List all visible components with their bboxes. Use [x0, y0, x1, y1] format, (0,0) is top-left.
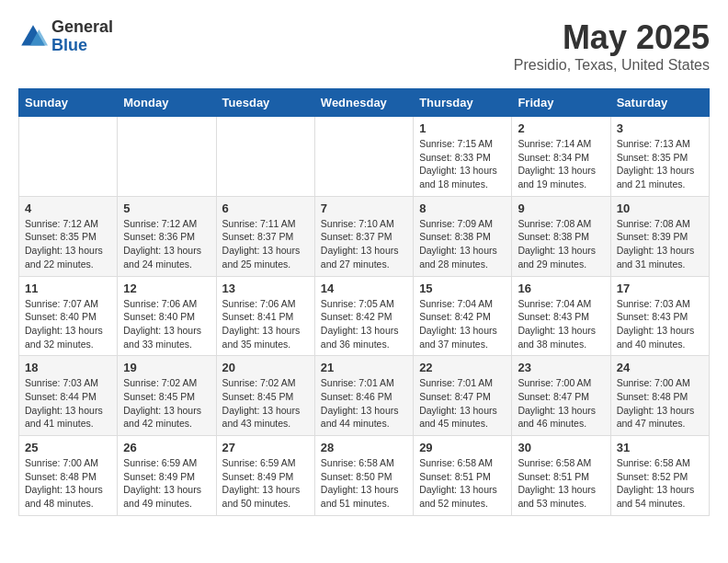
weekday-header: Tuesday [216, 89, 314, 117]
day-number: 4 [25, 201, 111, 215]
day-cell: 22Sunrise: 7:01 AMSunset: 8:47 PMDayligh… [414, 356, 512, 436]
day-number: 20 [222, 361, 309, 374]
logo-text: General Blue [51, 18, 113, 55]
day-number: 29 [419, 441, 506, 454]
day-info: Sunrise: 7:06 AMSunset: 8:41 PMDaylight:… [222, 297, 309, 351]
weekday-header: Sunday [19, 89, 118, 117]
day-cell: 28Sunrise: 6:58 AMSunset: 8:50 PMDayligh… [314, 436, 413, 516]
day-cell: 23Sunrise: 7:00 AMSunset: 8:47 PMDayligh… [512, 356, 610, 436]
day-cell: 9Sunrise: 7:08 AMSunset: 8:38 PMDaylight… [512, 196, 610, 276]
day-number: 9 [518, 201, 604, 215]
day-info: Sunrise: 7:10 AMSunset: 8:37 PMDaylight:… [321, 217, 407, 271]
day-info: Sunrise: 6:58 AMSunset: 8:52 PMDaylight:… [617, 456, 703, 511]
day-cell: 21Sunrise: 7:01 AMSunset: 8:46 PMDayligh… [314, 356, 413, 436]
day-cell: 20Sunrise: 7:02 AMSunset: 8:45 PMDayligh… [216, 356, 314, 436]
calendar-subtitle: Presidio, Texas, United States [514, 57, 710, 74]
day-number: 13 [222, 282, 309, 295]
day-cell: 24Sunrise: 7:00 AMSunset: 8:48 PMDayligh… [610, 356, 709, 436]
day-cell: 3Sunrise: 7:13 AMSunset: 8:35 PMDaylight… [610, 117, 709, 197]
day-number: 28 [321, 441, 407, 454]
day-info: Sunrise: 7:13 AMSunset: 8:35 PMDaylight:… [617, 137, 703, 191]
day-number: 15 [419, 282, 506, 295]
empty-cell [314, 117, 413, 197]
day-number: 19 [123, 361, 210, 374]
weekday-header: Wednesday [314, 89, 413, 117]
day-number: 26 [123, 441, 210, 454]
day-cell: 31Sunrise: 6:58 AMSunset: 8:52 PMDayligh… [610, 436, 709, 516]
day-cell: 30Sunrise: 6:58 AMSunset: 8:51 PMDayligh… [512, 436, 610, 516]
day-info: Sunrise: 7:08 AMSunset: 8:39 PMDaylight:… [617, 217, 703, 271]
day-info: Sunrise: 7:09 AMSunset: 8:38 PMDaylight:… [419, 217, 506, 271]
day-cell: 11Sunrise: 7:07 AMSunset: 8:40 PMDayligh… [19, 276, 118, 356]
day-info: Sunrise: 7:11 AMSunset: 8:37 PMDaylight:… [222, 217, 309, 271]
day-info: Sunrise: 7:07 AMSunset: 8:40 PMDaylight:… [25, 297, 111, 351]
empty-cell [19, 117, 118, 197]
day-cell: 14Sunrise: 7:05 AMSunset: 8:42 PMDayligh… [314, 276, 413, 356]
weekday-header: Saturday [610, 89, 709, 117]
empty-cell [216, 117, 314, 197]
title-block: May 2025 Presidio, Texas, United States [514, 18, 710, 74]
day-number: 31 [617, 441, 703, 454]
day-number: 27 [222, 441, 309, 454]
day-number: 25 [25, 441, 111, 454]
day-info: Sunrise: 7:00 AMSunset: 8:48 PMDaylight:… [617, 376, 703, 431]
day-number: 6 [222, 201, 309, 215]
day-number: 18 [25, 361, 111, 374]
empty-cell [118, 117, 216, 197]
day-info: Sunrise: 6:58 AMSunset: 8:51 PMDaylight:… [419, 456, 506, 511]
day-cell: 12Sunrise: 7:06 AMSunset: 8:40 PMDayligh… [118, 276, 216, 356]
day-info: Sunrise: 6:59 AMSunset: 8:49 PMDaylight:… [123, 456, 210, 511]
day-info: Sunrise: 7:02 AMSunset: 8:45 PMDaylight:… [123, 376, 210, 431]
day-cell: 10Sunrise: 7:08 AMSunset: 8:39 PMDayligh… [610, 196, 709, 276]
day-cell: 29Sunrise: 6:58 AMSunset: 8:51 PMDayligh… [414, 436, 512, 516]
calendar-title: May 2025 [514, 18, 710, 57]
calendar-table: SundayMondayTuesdayWednesdayThursdayFrid… [18, 88, 710, 516]
day-cell: 8Sunrise: 7:09 AMSunset: 8:38 PMDaylight… [414, 196, 512, 276]
day-cell: 6Sunrise: 7:11 AMSunset: 8:37 PMDaylight… [216, 196, 314, 276]
logo-general: General [51, 18, 113, 37]
day-info: Sunrise: 7:04 AMSunset: 8:43 PMDaylight:… [518, 297, 604, 351]
weekday-header: Thursday [414, 89, 512, 117]
day-info: Sunrise: 7:14 AMSunset: 8:34 PMDaylight:… [518, 137, 604, 191]
day-cell: 17Sunrise: 7:03 AMSunset: 8:43 PMDayligh… [610, 276, 709, 356]
day-number: 1 [419, 121, 506, 135]
logo-blue: Blue [51, 37, 113, 55]
day-cell: 5Sunrise: 7:12 AMSunset: 8:36 PMDaylight… [118, 196, 216, 276]
day-number: 10 [617, 201, 703, 215]
day-info: Sunrise: 7:03 AMSunset: 8:44 PMDaylight:… [25, 376, 111, 431]
day-cell: 27Sunrise: 6:59 AMSunset: 8:49 PMDayligh… [216, 436, 314, 516]
day-number: 14 [321, 282, 407, 295]
day-number: 16 [518, 282, 604, 295]
day-number: 8 [419, 201, 506, 215]
logo-icon [18, 22, 48, 52]
day-info: Sunrise: 7:06 AMSunset: 8:40 PMDaylight:… [123, 297, 210, 351]
day-cell: 7Sunrise: 7:10 AMSunset: 8:37 PMDaylight… [314, 196, 413, 276]
day-number: 5 [123, 201, 210, 215]
day-info: Sunrise: 7:12 AMSunset: 8:35 PMDaylight:… [25, 217, 111, 271]
day-number: 24 [617, 361, 703, 374]
day-info: Sunrise: 6:58 AMSunset: 8:50 PMDaylight:… [321, 456, 407, 511]
day-info: Sunrise: 7:12 AMSunset: 8:36 PMDaylight:… [123, 217, 210, 271]
day-info: Sunrise: 6:59 AMSunset: 8:49 PMDaylight:… [222, 456, 309, 511]
day-number: 22 [419, 361, 506, 374]
day-number: 30 [518, 441, 604, 454]
day-number: 7 [321, 201, 407, 215]
weekday-header: Friday [512, 89, 610, 117]
day-info: Sunrise: 7:15 AMSunset: 8:33 PMDaylight:… [419, 137, 506, 191]
day-cell: 26Sunrise: 6:59 AMSunset: 8:49 PMDayligh… [118, 436, 216, 516]
day-info: Sunrise: 6:58 AMSunset: 8:51 PMDaylight:… [518, 456, 604, 511]
day-number: 12 [123, 282, 210, 295]
day-info: Sunrise: 7:00 AMSunset: 8:48 PMDaylight:… [25, 456, 111, 511]
logo: General Blue [18, 18, 113, 55]
day-cell: 2Sunrise: 7:14 AMSunset: 8:34 PMDaylight… [512, 117, 610, 197]
day-cell: 19Sunrise: 7:02 AMSunset: 8:45 PMDayligh… [118, 356, 216, 436]
day-info: Sunrise: 7:01 AMSunset: 8:46 PMDaylight:… [321, 376, 407, 431]
day-info: Sunrise: 7:00 AMSunset: 8:47 PMDaylight:… [518, 376, 604, 431]
day-info: Sunrise: 7:02 AMSunset: 8:45 PMDaylight:… [222, 376, 309, 431]
day-number: 3 [617, 121, 703, 135]
day-number: 21 [321, 361, 407, 374]
calendar-header: General Blue May 2025 Presidio, Texas, U… [18, 18, 710, 74]
day-info: Sunrise: 7:05 AMSunset: 8:42 PMDaylight:… [321, 297, 407, 351]
day-cell: 4Sunrise: 7:12 AMSunset: 8:35 PMDaylight… [19, 196, 118, 276]
day-cell: 15Sunrise: 7:04 AMSunset: 8:42 PMDayligh… [414, 276, 512, 356]
